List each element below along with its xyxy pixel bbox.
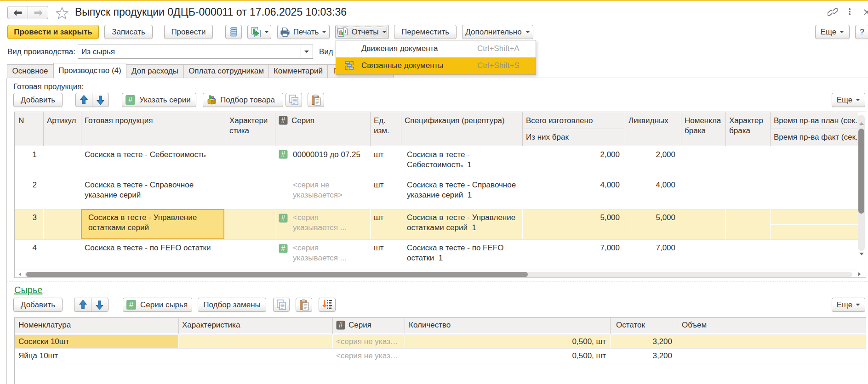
svg-text:#: # [281,214,286,222]
svg-text:#: # [281,150,286,158]
svg-text:#: # [128,96,133,104]
svg-text:#: # [281,244,286,252]
svg-text:#: # [129,300,134,309]
svg-text:#: # [339,321,343,329]
svg-text:#: # [281,116,286,124]
